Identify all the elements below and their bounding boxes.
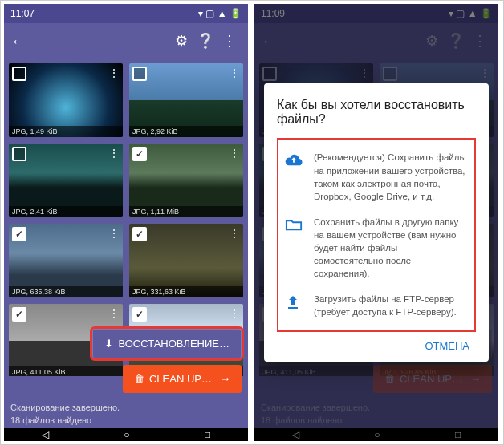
option-ftp[interactable]: Загрузить файлы на FTP-сервер (требует д…: [282, 286, 471, 325]
checkbox[interactable]: ✓: [12, 227, 26, 241]
restore-button[interactable]: ⬇ ВОССТАНОВЛЕНИЕ…: [92, 329, 242, 358]
checkbox[interactable]: ✓: [132, 227, 147, 241]
cloud-upload-icon: [285, 152, 304, 167]
tile-overflow-icon[interactable]: ⋮: [108, 67, 120, 79]
tile-overflow-icon[interactable]: ⋮: [229, 227, 240, 240]
checkbox[interactable]: [12, 147, 26, 161]
restore-dialog: Как бы вы хотели восстановить файлы? (Ре…: [264, 83, 489, 361]
tile-meta: JPG, 331,63 KiB: [129, 286, 243, 297]
dialog-title: Как бы вы хотели восстановить файлы?: [277, 98, 476, 127]
checkbox[interactable]: ✓: [132, 147, 147, 161]
overflow-icon[interactable]: ⋮: [217, 32, 242, 50]
back-icon[interactable]: ←: [10, 32, 26, 51]
tile-overflow-icon[interactable]: ⋮: [229, 67, 240, 79]
app-bar: ← ⚙ ❔ ⋮: [4, 23, 248, 59]
image-tile[interactable]: ✓⋮JPG, 635,38 KiB: [9, 224, 123, 297]
cleanup-button[interactable]: 🗑 CLEAN UP… →: [123, 365, 242, 393]
option-folder[interactable]: Сохранить файлы в другую папку на вашем …: [282, 209, 471, 286]
image-tile[interactable]: ⋮JPG, 2,41 KiB: [9, 144, 123, 217]
tile-meta: JPG, 1,49 KiB: [9, 126, 123, 137]
checkbox[interactable]: ✓: [132, 307, 147, 322]
cleanup-label: CLEAN UP…: [149, 373, 212, 385]
tile-meta: JPG, 2,41 KiB: [9, 206, 123, 217]
tile-overflow-icon[interactable]: ⋮: [108, 147, 120, 160]
cancel-button[interactable]: ОТМЕНА: [277, 332, 476, 355]
tile-meta: JPG, 1,11 MiB: [129, 206, 243, 217]
option-text: Сохранить файлы в другую папку на вашем …: [314, 216, 468, 280]
download-icon: ⬇: [104, 338, 113, 350]
tile-overflow-icon[interactable]: ⋮: [229, 147, 240, 160]
phone-right: 11:09 ▾ ▢ ▲ 🔋 ← ⚙ ❔ ⋮ ⋮JPG, 1,49 KiB⋮JPG…: [254, 4, 498, 441]
trash-icon: 🗑: [134, 373, 144, 385]
option-text: Загрузить файлы на FTP-сервер (требует д…: [314, 293, 468, 318]
tile-overflow-icon[interactable]: ⋮: [229, 307, 240, 320]
settings-icon[interactable]: ⚙: [169, 32, 193, 50]
image-tile[interactable]: ⋮JPG, 2,92 KiB: [129, 63, 243, 137]
upload-icon: [285, 294, 304, 310]
nav-back-icon[interactable]: ◁: [42, 429, 49, 440]
nav-bar: ◁ ○ □: [4, 428, 248, 441]
checkbox[interactable]: ✓: [12, 307, 26, 322]
clock: 11:07: [10, 8, 35, 19]
dialog-overlay[interactable]: Как бы вы хотели восстановить файлы? (Ре…: [254, 4, 498, 441]
option-text: (Рекомендуется) Сохранить файлы на прило…: [314, 151, 468, 202]
found-status: 18 файлов найдено: [10, 415, 120, 427]
status-text: Сканирование завершено. 18 файлов найден…: [10, 402, 120, 427]
phone-left: 11:07 ▾ ▢ ▲ 🔋 ← ⚙ ❔ ⋮ ⋮JPG, 1,49 KiB⋮JPG…: [4, 4, 248, 441]
tile-meta: JPG, 635,38 KiB: [9, 286, 123, 297]
nav-home-icon[interactable]: ○: [124, 429, 129, 440]
status-icons: ▾ ▢ ▲ 🔋: [198, 8, 242, 19]
tile-overflow-icon[interactable]: ⋮: [108, 307, 120, 320]
help-icon[interactable]: ❔: [193, 32, 217, 50]
restore-label: ВОССТАНОВЛЕНИЕ…: [118, 338, 230, 350]
option-cloud[interactable]: (Рекомендуется) Сохранить файлы на прило…: [282, 144, 471, 208]
checkbox[interactable]: [132, 67, 147, 81]
image-tile[interactable]: ✓⋮JPG, 1,11 MiB: [129, 144, 243, 217]
tile-meta: JPG, 2,92 KiB: [129, 126, 243, 137]
checkbox[interactable]: [12, 67, 26, 81]
status-bar: 11:07 ▾ ▢ ▲ 🔋: [4, 4, 248, 23]
nav-recent-icon[interactable]: □: [205, 429, 210, 440]
image-tile[interactable]: ⋮JPG, 1,49 KiB: [9, 63, 123, 137]
tile-overflow-icon[interactable]: ⋮: [108, 227, 120, 240]
folder-icon: [285, 217, 304, 232]
dialog-options: (Рекомендуется) Сохранить файлы на прило…: [277, 138, 476, 331]
arrow-right-icon: →: [220, 373, 230, 385]
image-tile[interactable]: ✓⋮JPG, 331,63 KiB: [129, 224, 243, 297]
scan-status: Сканирование завершено.: [10, 402, 120, 414]
